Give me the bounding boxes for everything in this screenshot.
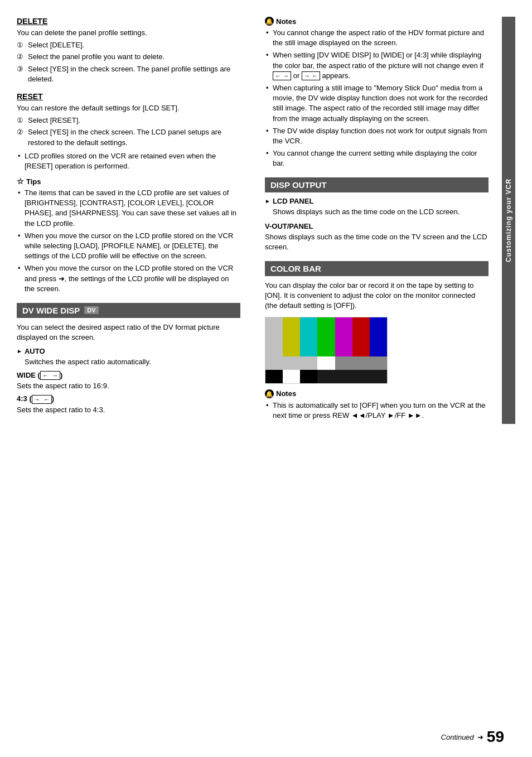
wide-text: Sets the aspect ratio to 16:9.	[17, 381, 240, 391]
delete-heading: DELETE	[17, 17, 240, 26]
v-out-text: Shows displays such as the time code on …	[265, 232, 489, 252]
disp-output-banner: DISP OUTPUT	[265, 177, 489, 192]
reset-bullets: LCD profiles stored on the VCR are retai…	[17, 151, 240, 171]
arrow-box-1: ← →	[273, 71, 291, 80]
notes-left-bullets: You cannot change the aspect ratio of th…	[265, 28, 489, 168]
color-bar-notes-bullets: This is automatically set to [OFF] when …	[265, 401, 489, 421]
continued-label: Continued	[441, 733, 474, 741]
v-out-heading: V-OUT/PANEL	[265, 222, 489, 230]
delete-step-1: ① Select [DELETE].	[17, 40, 240, 50]
tip-1: The items that can be saved in the LCD p…	[17, 188, 240, 229]
ratio43-text: Sets the aspect ratio to 4:3.	[17, 405, 240, 415]
reset-step-1: ① Select [RESET].	[17, 115, 240, 126]
tip-3: When you move the cursor on the LCD prof…	[17, 263, 240, 294]
reset-steps: ① Select [RESET]. ② Select [YES] in the …	[17, 115, 240, 148]
cb-mid-1	[265, 356, 317, 370]
lcd-panel-heading: LCD PANEL	[265, 197, 489, 205]
cb-7	[370, 317, 387, 357]
cb-bot-1	[265, 370, 283, 383]
cb-mid-2	[317, 356, 335, 370]
tip-2: When you move the cursor on the LCD prof…	[17, 231, 240, 262]
reset-intro: You can restore the default settings for…	[17, 103, 240, 113]
tips-section: ☆ Tips The items that can be saved in th…	[17, 177, 240, 294]
color-bar-row1	[265, 317, 387, 357]
arrow-box-2: → ←	[302, 71, 320, 80]
color-bar-banner: COLOR BAR	[265, 261, 489, 276]
wide-heading: WIDE (← →)	[17, 371, 240, 380]
notes-icon: 🔔	[265, 17, 274, 26]
note-2: When setting [DV WIDE DISP] to [WIDE] or…	[265, 50, 489, 81]
color-bar-notes: 🔔 Notes This is automatically set to [OF…	[265, 389, 489, 421]
sidebar-tab: Customizing your VCR	[502, 17, 515, 424]
note-3: When capturing a still image to "Memory …	[265, 83, 489, 124]
notes-left-heading: 🔔 Notes	[265, 17, 489, 26]
page-bottom: Continued ➜ 59	[441, 728, 504, 746]
page-layout: DELETE You can delete the panel profile …	[17, 17, 515, 424]
left-column: DELETE You can delete the panel profile …	[17, 17, 246, 424]
delete-step-3: ③ Select [YES] in the check screen. The …	[17, 64, 240, 84]
auto-heading: AUTO	[17, 347, 240, 355]
color-bar-notes-heading: 🔔 Notes	[265, 389, 489, 398]
reset-bullet-1: LCD profiles stored on the VCR are retai…	[17, 151, 240, 171]
dv-wide-intro: You can select the desired aspect ratio …	[17, 322, 240, 343]
wide-arrow-left: ← →	[40, 371, 60, 380]
tips-bullets: The items that can be saved in the LCD p…	[17, 188, 240, 294]
right-column: 🔔 Notes You cannot change the aspect rat…	[259, 17, 489, 424]
note-1: You cannot change the aspect ratio of th…	[265, 28, 489, 48]
cb-4	[317, 317, 335, 357]
delete-intro: You can delete the panel profile setting…	[17, 28, 240, 38]
note-5: You cannot change the current setting wh…	[265, 148, 489, 168]
delete-steps: ① Select [DELETE]. ② Select the panel pr…	[17, 40, 240, 84]
cb-bot-2	[283, 370, 300, 383]
cb-2	[283, 317, 300, 357]
color-bar-image	[265, 317, 388, 384]
color-bar-notes-icon: 🔔	[265, 389, 274, 398]
ratio43-heading: 4:3 (→ ←)	[17, 394, 240, 404]
continued-arrow: ➜	[477, 733, 483, 741]
tips-icon: ☆	[17, 177, 24, 186]
cb-5	[335, 317, 352, 357]
ratio43-arrow: → ←	[32, 395, 52, 404]
reset-step-2: ② Select [YES] in the check screen. The …	[17, 127, 240, 147]
lcd-panel-text: Shows displays such as the time code on …	[265, 207, 489, 217]
delete-step-2: ② Select the panel profile you want to d…	[17, 52, 240, 62]
cb-3	[300, 317, 317, 357]
note-4: The DV wide display function does not wo…	[265, 126, 489, 146]
page-number: 59	[487, 728, 504, 746]
cb-mid-3	[335, 356, 387, 370]
dv-badge: DV	[84, 306, 98, 314]
cb-bot-4	[317, 370, 387, 383]
tips-heading: ☆ Tips	[17, 177, 240, 186]
color-bar-note-1: This is automatically set to [OFF] when …	[265, 401, 489, 421]
reset-heading: RESET	[17, 92, 240, 101]
notes-left-section: 🔔 Notes You cannot change the aspect rat…	[265, 17, 489, 168]
color-bar-text: You can display the color bar or record …	[265, 281, 489, 311]
cb-6	[352, 317, 370, 357]
color-bar-row3	[265, 370, 387, 383]
dv-wide-disp-banner: DV WIDE DISP DV	[17, 303, 240, 318]
auto-text: Switches the aspect ratio automatically.	[17, 357, 240, 367]
main-content: DELETE You can delete the panel profile …	[17, 17, 515, 424]
cb-bot-3	[300, 370, 317, 383]
cb-1	[265, 317, 283, 357]
color-bar-row2	[265, 356, 387, 370]
